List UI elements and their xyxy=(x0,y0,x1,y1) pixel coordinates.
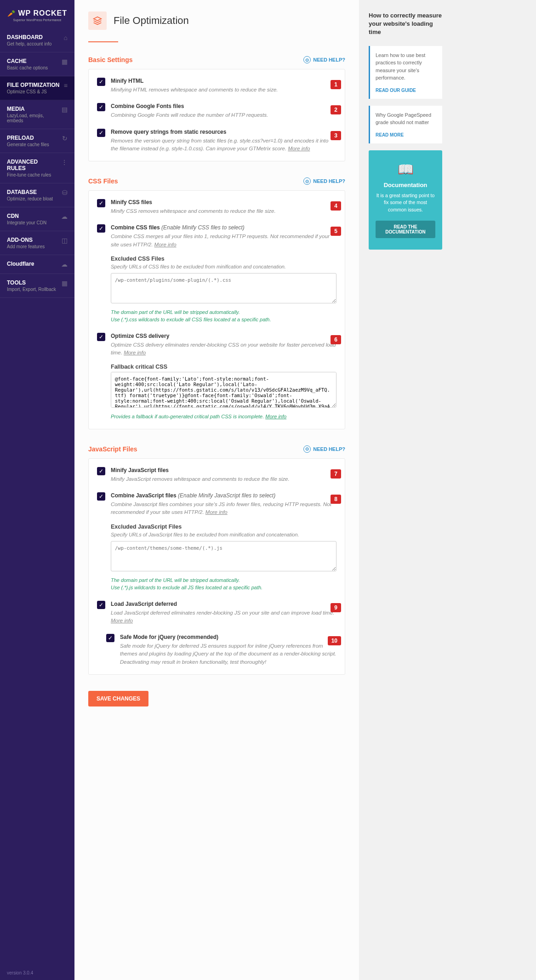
safemode-label: Safe Mode for jQuery (recommended) xyxy=(120,634,336,640)
main-content: File Optimization Basic Settings ⊙NEED H… xyxy=(74,0,359,980)
nav-icon: ⌂ xyxy=(64,34,68,41)
opt-label: Combine Google Fonts files xyxy=(111,103,336,109)
section-basic-title: Basic Settings xyxy=(88,56,132,63)
sidebar-item-media[interactable]: MEDIALazyLoad, emojis, embeds▤ xyxy=(0,100,74,129)
fallback-css-title: Fallback critical CSS xyxy=(111,364,336,370)
checkbox-combine-js[interactable]: ✓ xyxy=(97,492,105,501)
nav-icon: ☁ xyxy=(61,261,68,268)
read-guide-link[interactable]: READ OUR GUIDE xyxy=(376,88,416,93)
sidebar-item-cloudflare[interactable]: Cloudflare☁ xyxy=(0,255,74,274)
nav-icon: ▦ xyxy=(62,279,68,287)
aside: How to correctly measure your website's … xyxy=(359,0,451,980)
save-button[interactable]: SAVE CHANGES xyxy=(88,691,148,707)
sidebar-item-database[interactable]: DATABASEOptimize, reduce bloat⛁ xyxy=(0,183,74,207)
need-help-link[interactable]: ⊙NEED HELP? xyxy=(303,445,345,453)
minify-js-label: Minify JavaScript files xyxy=(111,467,336,473)
opt-desc: Minifying HTML removes whitespace and co… xyxy=(111,86,336,94)
nav-icon: ⛁ xyxy=(62,189,68,196)
checkbox-minify-js[interactable]: ✓ xyxy=(97,467,105,475)
checkbox-combine-css[interactable]: ✓ xyxy=(97,224,105,233)
documentation-card: 📖 Documentation It is a great starting p… xyxy=(369,150,442,250)
aside-title: How to correctly measure your website's … xyxy=(369,11,442,37)
sidebar-item-file-optimization[interactable]: FILE OPTIMIZATIONOptimize CSS & JS≡ xyxy=(0,76,74,100)
sidebar-item-cdn[interactable]: CDNIntegrate your CDN☁ xyxy=(0,207,74,231)
badge: 8 xyxy=(331,495,341,504)
checkbox[interactable]: ✓ xyxy=(97,78,105,86)
help-icon: ⊙ xyxy=(303,445,311,453)
checkbox-minify-css[interactable]: ✓ xyxy=(97,199,105,207)
minify-css-label: Minify CSS files xyxy=(111,199,336,205)
badge: 4 xyxy=(331,201,341,211)
minify-js-desc: Minify JavaScript removes whitespace and… xyxy=(111,475,336,483)
badge: 9 xyxy=(331,603,341,612)
excluded-js-note: The domain part of the URL will be strip… xyxy=(111,576,336,592)
fallback-note: Provides a fallback if auto-generated cr… xyxy=(111,413,336,421)
checkbox-defer-js[interactable]: ✓ xyxy=(97,601,105,609)
sidebar-item-advanced-rules[interactable]: ADVANCED RULESFine-tune cache rules⋮ xyxy=(0,153,74,183)
nav-icon: ▤ xyxy=(62,106,68,113)
nav-icon: ☁ xyxy=(61,213,68,220)
checkbox[interactable]: ✓ xyxy=(97,129,105,137)
more-info-link[interactable]: More info xyxy=(265,414,286,419)
excluded-css-desc: Specify URLs of CSS files to be excluded… xyxy=(111,264,336,269)
logo: 🥕 WP ROCKET Superior WordPress Performan… xyxy=(0,0,74,28)
nav-icon: ▦ xyxy=(62,58,68,65)
sidebar-item-preload[interactable]: PRELOADGenerate cache files↻ xyxy=(0,129,74,153)
read-documentation-button[interactable]: READ THE DOCUMENTATION xyxy=(376,221,435,238)
combine-js-desc: Combine Javascript files combines your s… xyxy=(111,501,336,517)
section-css-title: CSS Files xyxy=(88,177,118,185)
opt-desc: Combining Google Fonts will reduce the n… xyxy=(111,111,336,119)
version-label: version 3.0.4 xyxy=(7,970,33,975)
combine-css-label: Combine CSS files (Enable Minify CSS fil… xyxy=(111,224,336,231)
sidebar-item-add-ons[interactable]: ADD-ONSAdd more features◫ xyxy=(0,231,74,255)
checkbox-safemode[interactable]: ✓ xyxy=(106,634,114,642)
safemode-desc: Safe mode for jQuery for deferred JS ens… xyxy=(120,642,336,666)
badge: 6 xyxy=(331,335,341,344)
more-info-link[interactable]: More info xyxy=(154,242,177,247)
opt-label: Minify HTML xyxy=(111,78,336,84)
opt-label: Remove query strings from static resourc… xyxy=(111,129,336,135)
help-icon: ⊙ xyxy=(303,177,311,185)
excluded-js-title: Excluded JavaScript Files xyxy=(111,524,336,530)
sidebar: 🥕 WP ROCKET Superior WordPress Performan… xyxy=(0,0,74,980)
badge: 3 xyxy=(331,131,341,140)
need-help-link[interactable]: ⊙NEED HELP? xyxy=(303,177,345,185)
aside-card-pagespeed: Why Google PageSpeed grade should not ma… xyxy=(369,106,442,143)
more-info-link[interactable]: More info xyxy=(124,350,146,355)
help-icon: ⊙ xyxy=(303,56,311,63)
sidebar-item-dashboard[interactable]: DASHBOARDGet help, account info⌂ xyxy=(0,28,74,52)
badge: 10 xyxy=(328,636,341,645)
section-js-title: JavaScript Files xyxy=(88,445,137,453)
nav-icon: ⋮ xyxy=(61,159,68,166)
optimize-css-desc: Optimize CSS delivery eliminates render-… xyxy=(111,341,336,357)
rocket-icon: 🥕 xyxy=(7,10,16,17)
excluded-js-input[interactable] xyxy=(111,541,336,571)
need-help-link[interactable]: ⊙NEED HELP? xyxy=(303,56,345,63)
more-info-link[interactable]: More info xyxy=(288,146,310,151)
fallback-css-input[interactable] xyxy=(111,372,336,408)
defer-js-desc: Load JavaScript deferred eliminates rend… xyxy=(111,609,336,625)
badge: 1 xyxy=(331,80,341,89)
optimize-css-label: Optimize CSS delivery xyxy=(111,333,336,339)
read-more-link[interactable]: READ MORE xyxy=(376,132,404,137)
more-info-link[interactable]: More info xyxy=(205,509,228,515)
excluded-css-note: The domain part of the URL will be strip… xyxy=(111,308,336,324)
excluded-css-title: Excluded CSS Files xyxy=(111,256,336,262)
combine-css-desc: Combine CSS merges all your files into 1… xyxy=(111,233,336,249)
nav-icon: ◫ xyxy=(62,237,68,244)
sidebar-item-tools[interactable]: TOOLSImport, Export, Rollback▦ xyxy=(0,274,74,298)
badge: 2 xyxy=(331,105,341,114)
badge: 7 xyxy=(331,469,341,479)
checkbox-optimize-css[interactable]: ✓ xyxy=(97,333,105,341)
book-icon: 📖 xyxy=(376,162,435,177)
badge: 5 xyxy=(331,227,341,236)
checkbox[interactable]: ✓ xyxy=(97,103,105,111)
sidebar-item-cache[interactable]: CACHEBasic cache options▦ xyxy=(0,52,74,76)
opt-desc: Removes the version query string from st… xyxy=(111,137,336,153)
aside-card-guide: Learn how to use best practices to corre… xyxy=(369,46,442,99)
nav-icon: ↻ xyxy=(62,135,68,142)
page-icon xyxy=(88,11,107,30)
excluded-css-input[interactable] xyxy=(111,273,336,303)
page-title: File Optimization xyxy=(114,15,189,27)
more-info-link[interactable]: More info xyxy=(111,618,133,623)
